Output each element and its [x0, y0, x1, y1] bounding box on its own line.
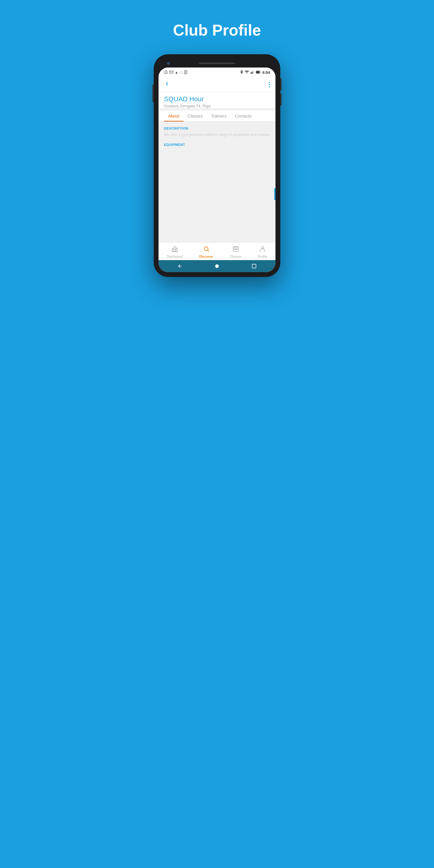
- circle-icon: ◌: [180, 70, 183, 74]
- content-area: DESCRIPTION We offer a gym premium platf…: [158, 122, 276, 242]
- power-button: [153, 84, 154, 102]
- speaker-grille: [199, 62, 235, 64]
- club-header: SQUAD Hour Gustava Zemgala 74, Riga: [158, 92, 276, 108]
- person-icon: [259, 246, 266, 254]
- profile-label: Profile: [258, 255, 267, 258]
- location-icon: [240, 70, 243, 75]
- more-dot-3: [269, 86, 270, 87]
- home-icon: [172, 246, 178, 254]
- club-address: Gustava Zemgala 74, Riga: [164, 104, 270, 108]
- nav-item-dashboard[interactable]: Dashboard: [167, 246, 183, 258]
- more-dot-1: [269, 82, 270, 83]
- signal-icon: [250, 70, 254, 74]
- time-display: 4:04: [262, 70, 270, 75]
- maps-icon: ▲: [175, 70, 178, 74]
- bottom-nav: Dashboard Discover: [158, 242, 276, 260]
- description-section: DESCRIPTION We offer a gym premium platf…: [164, 127, 270, 137]
- calendar-icon: [232, 246, 239, 254]
- description-label: DESCRIPTION: [164, 127, 270, 130]
- volume-down-button: [280, 93, 281, 105]
- more-options-button[interactable]: [269, 82, 270, 87]
- tabs-bar: About Classes Trainers Contacts: [158, 111, 276, 122]
- file-icon: [184, 70, 187, 75]
- android-back-button[interactable]: [177, 263, 183, 269]
- svg-rect-7: [256, 71, 259, 73]
- android-nav-bar: [158, 260, 276, 272]
- svg-rect-16: [252, 264, 256, 268]
- nav-item-profile[interactable]: Profile: [258, 246, 267, 258]
- app-top-nav: [158, 77, 276, 92]
- nav-item-classes[interactable]: Classes: [230, 246, 241, 258]
- svg-rect-5: [253, 70, 254, 73]
- nav-item-discover[interactable]: Discover: [199, 246, 213, 258]
- battery-icon: [256, 70, 261, 74]
- svg-rect-0: [170, 71, 173, 73]
- equipment-label: EQUIPMENT: [164, 143, 270, 147]
- drive-icon: [164, 70, 168, 75]
- phone-shell: ▲ ◌: [154, 54, 280, 277]
- more-dot-2: [269, 84, 270, 85]
- svg-rect-11: [233, 247, 238, 252]
- svg-point-12: [235, 249, 236, 250]
- svg-point-13: [236, 249, 237, 250]
- svg-rect-2: [250, 72, 251, 73]
- volume-up-button: [280, 79, 281, 90]
- outer-wrapper: Club Profile: [142, 12, 292, 277]
- description-text: We offer a gym premium platform range of…: [164, 133, 270, 137]
- svg-point-15: [215, 264, 219, 268]
- wifi-icon: [245, 70, 249, 74]
- svg-rect-8: [173, 249, 178, 251]
- discover-label: Discover: [199, 255, 213, 258]
- status-right-icons: 4:04: [240, 70, 270, 75]
- club-name: SQUAD Hour: [164, 95, 270, 103]
- dashboard-label: Dashboard: [167, 255, 183, 258]
- android-home-button[interactable]: [214, 263, 220, 269]
- search-icon: [203, 246, 210, 254]
- classes-label: Classes: [230, 255, 241, 258]
- phone-top-bar: [158, 59, 276, 67]
- status-left-icons: ▲ ◌: [164, 70, 187, 75]
- svg-line-10: [208, 250, 209, 251]
- status-bar: ▲ ◌: [158, 67, 276, 77]
- tab-classes[interactable]: Classes: [184, 111, 207, 121]
- front-camera: [167, 62, 170, 65]
- back-button[interactable]: [164, 81, 170, 88]
- tab-contacts[interactable]: Contacts: [230, 111, 255, 121]
- equipment-section: EQUIPMENT: [164, 143, 270, 147]
- svg-rect-4: [252, 71, 253, 73]
- gmail-icon: [169, 70, 173, 74]
- tab-about[interactable]: About: [164, 111, 184, 121]
- android-recents-button[interactable]: [251, 263, 257, 269]
- scroll-indicator: [274, 188, 276, 200]
- svg-point-14: [261, 247, 264, 249]
- phone-screen: ▲ ◌: [158, 67, 276, 272]
- svg-rect-3: [251, 72, 252, 73]
- page-heading: Club Profile: [173, 21, 261, 39]
- tab-trainers[interactable]: Trainers: [207, 111, 230, 121]
